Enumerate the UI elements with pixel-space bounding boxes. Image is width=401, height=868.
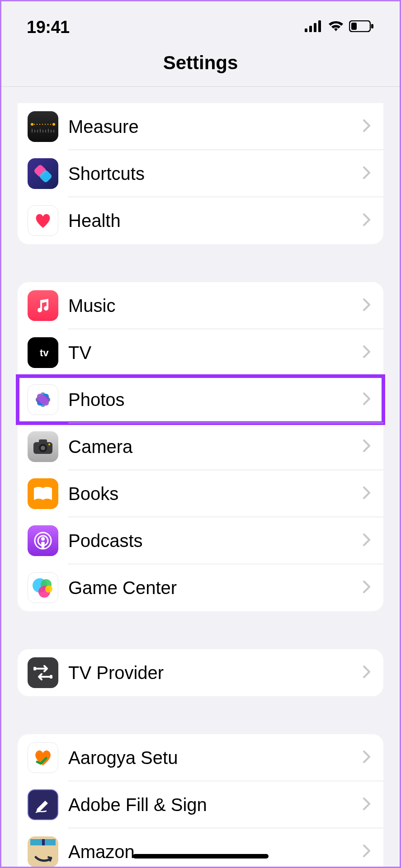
svg-point-34 (48, 443, 50, 445)
settings-row-shortcuts[interactable]: Shortcuts (18, 150, 383, 197)
music-icon (28, 290, 58, 321)
settings-row-label: Camera (68, 437, 358, 457)
chevron-right-icon (363, 119, 371, 134)
chevron-right-icon (363, 392, 371, 407)
settings-row-amazon[interactable]: Amazon (18, 828, 383, 867)
status-icons (305, 20, 374, 34)
status-time: 19:41 (27, 18, 70, 37)
settings-row-label: Podcasts (68, 531, 358, 551)
game-center-icon (28, 572, 58, 603)
settings-row-tv-provider[interactable]: TV Provider (18, 649, 383, 696)
tv-provider-icon (28, 657, 58, 688)
aarogya-setu-icon (28, 742, 58, 773)
health-icon (28, 205, 58, 236)
podcasts-icon (28, 525, 58, 556)
chevron-right-icon (363, 345, 371, 360)
svg-rect-42 (33, 667, 36, 670)
amazon-icon (28, 836, 58, 867)
settings-row-label: Amazon (68, 842, 358, 862)
settings-row-label: TV (68, 343, 358, 363)
wifi-icon (327, 20, 344, 34)
settings-row-label: Photos (68, 390, 358, 410)
settings-row-books[interactable]: Books (18, 470, 383, 517)
svg-point-37 (41, 537, 45, 541)
svg-point-9 (52, 123, 55, 126)
svg-rect-3 (318, 20, 321, 32)
settings-row-label: Shortcuts (68, 164, 358, 184)
chevron-right-icon (363, 213, 371, 228)
settings-row-label: Game Center (68, 578, 358, 598)
settings-row-aarogya-setu[interactable]: Aarogya Setu (18, 734, 383, 781)
svg-point-33 (41, 446, 45, 450)
chevron-right-icon (363, 580, 371, 595)
settings-row-label: TV Provider (68, 663, 358, 683)
photos-icon (28, 384, 58, 415)
settings-row-music[interactable]: Music (18, 282, 383, 329)
chevron-right-icon (363, 844, 371, 859)
chevron-right-icon (363, 486, 371, 501)
settings-row-label: Books (68, 484, 358, 504)
chevron-right-icon (363, 665, 371, 680)
camera-icon (28, 431, 58, 462)
settings-group: Music tv TV (18, 282, 383, 611)
settings-row-label: Music (68, 296, 358, 316)
svg-rect-31 (39, 439, 47, 444)
svg-point-8 (31, 123, 33, 126)
chevron-right-icon (363, 298, 371, 313)
adobe-fill-sign-icon (28, 789, 58, 820)
settings-row-measure[interactable]: Measure (18, 103, 383, 150)
svg-rect-45 (42, 839, 45, 845)
svg-rect-2 (314, 23, 316, 32)
settings-row-game-center[interactable]: Game Center (18, 564, 383, 611)
settings-row-tv[interactable]: tv TV (18, 329, 383, 376)
svg-rect-6 (371, 24, 373, 28)
svg-rect-0 (305, 28, 307, 32)
measure-icon (28, 111, 58, 142)
battery-icon (349, 20, 374, 34)
chevron-right-icon (363, 533, 371, 548)
settings-group: Aarogya Setu Adobe Fill & Sign (18, 734, 383, 867)
svg-rect-1 (309, 26, 312, 32)
settings-row-health[interactable]: Health (18, 197, 383, 244)
svg-rect-5 (351, 23, 357, 30)
chevron-right-icon (363, 166, 371, 181)
chevron-right-icon (363, 750, 371, 765)
svg-point-41 (45, 585, 52, 593)
settings-row-adobe-fill-sign[interactable]: Adobe Fill & Sign (18, 781, 383, 828)
settings-row-label: Health (68, 211, 358, 231)
page-title: Settings (1, 47, 400, 87)
settings-list[interactable]: Measure Shortcuts (1, 103, 400, 867)
settings-row-label: Measure (68, 117, 358, 137)
settings-row-photos[interactable]: Photos (18, 376, 383, 423)
home-indicator[interactable] (133, 854, 269, 859)
books-icon (28, 478, 58, 509)
chevron-right-icon (363, 439, 371, 454)
settings-row-camera[interactable]: Camera (18, 423, 383, 470)
status-bar: 19:41 (1, 1, 400, 47)
cellular-icon (305, 20, 323, 34)
settings-row-label: Adobe Fill & Sign (68, 795, 358, 815)
shortcuts-icon (28, 158, 58, 189)
settings-group: Measure Shortcuts (18, 103, 383, 244)
tv-icon: tv (28, 337, 58, 368)
svg-rect-43 (50, 675, 52, 679)
settings-row-podcasts[interactable]: Podcasts (18, 517, 383, 564)
svg-text:tv: tv (40, 347, 49, 359)
settings-group: TV Provider (18, 649, 383, 696)
chevron-right-icon (363, 797, 371, 812)
settings-row-label: Aarogya Setu (68, 748, 358, 768)
